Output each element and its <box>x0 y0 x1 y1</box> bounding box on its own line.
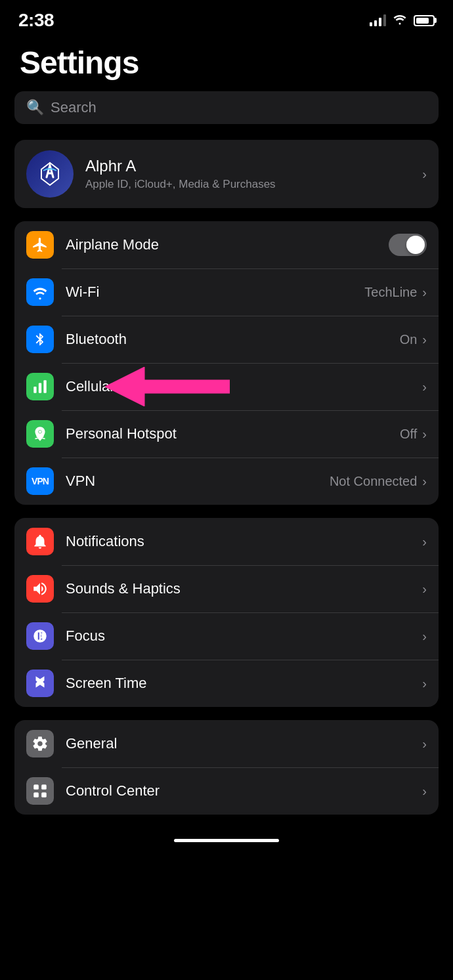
sounds-chevron: › <box>422 582 427 597</box>
hotspot-chevron: › <box>422 427 427 442</box>
home-indicator <box>174 839 279 842</box>
vpn-chevron: › <box>422 474 427 489</box>
airplane-mode-content: Airplane Mode <box>66 234 427 256</box>
connectivity-group: Airplane Mode Wi-Fi TechLine › <box>14 221 439 505</box>
focus-content: Focus › <box>66 628 427 645</box>
apple-id-text: Alphr A Apple ID, iCloud+, Media & Purch… <box>85 157 422 191</box>
time-display: 2:38 <box>18 10 54 31</box>
hotspot-value: Off <box>400 427 417 442</box>
apple-id-group: Alphr A Apple ID, iCloud+, Media & Purch… <box>14 140 439 208</box>
screen-time-row[interactable]: Screen Time › <box>14 660 439 707</box>
screen-time-chevron: › <box>422 676 427 691</box>
cellular-row[interactable]: Cellular › <box>14 363 439 410</box>
bluetooth-row[interactable]: Bluetooth On › <box>14 316 439 363</box>
general-row[interactable]: General › <box>14 720 439 767</box>
svg-rect-7 <box>41 784 47 790</box>
vpn-row[interactable]: VPN VPN Not Connected › <box>14 458 439 505</box>
cellular-icon <box>26 373 54 400</box>
avatar <box>26 150 74 198</box>
screen-time-content: Screen Time › <box>66 675 427 692</box>
svg-rect-3 <box>43 380 46 393</box>
focus-icon <box>26 622 54 650</box>
notifications-label: Notifications <box>66 533 144 550</box>
general-group: General › Control Center › <box>14 720 439 815</box>
cellular-label: Cellular <box>66 378 115 395</box>
vpn-content: VPN Not Connected › <box>66 473 427 490</box>
notifications-chevron: › <box>422 534 427 549</box>
screen-time-right: › <box>422 676 427 691</box>
wifi-chevron: › <box>422 285 427 300</box>
screen-time-label: Screen Time <box>66 675 147 692</box>
notifications-row[interactable]: Notifications › <box>14 518 439 565</box>
wifi-content: Wi-Fi TechLine › <box>66 284 427 301</box>
general-right: › <box>422 736 427 752</box>
avatar-logo-svg <box>33 158 66 190</box>
focus-chevron: › <box>422 629 427 644</box>
screen-time-icon <box>26 670 54 697</box>
wifi-right: TechLine › <box>364 285 427 300</box>
airplane-mode-label: Airplane Mode <box>66 236 159 253</box>
apple-id-chevron: › <box>422 167 427 182</box>
sounds-label: Sounds & Haptics <box>66 580 181 597</box>
notifications-group: Notifications › Sounds & Haptics › <box>14 518 439 707</box>
sounds-content: Sounds & Haptics › <box>66 580 427 597</box>
hotspot-label: Personal Hotspot <box>66 425 177 442</box>
control-center-chevron: › <box>422 784 427 799</box>
general-label: General <box>66 735 117 752</box>
svg-point-5 <box>39 431 41 433</box>
wifi-label: Wi-Fi <box>66 284 99 301</box>
control-center-row[interactable]: Control Center › <box>14 767 439 815</box>
personal-hotspot-icon <box>26 420 54 448</box>
focus-label: Focus <box>66 628 105 645</box>
sounds-row[interactable]: Sounds & Haptics › <box>14 565 439 612</box>
apple-id-name: Alphr A <box>85 157 422 175</box>
svg-rect-1 <box>33 387 36 393</box>
control-center-icon <box>26 777 54 805</box>
wifi-row[interactable]: Wi-Fi TechLine › <box>14 268 439 316</box>
wifi-icon <box>26 278 54 306</box>
bluetooth-value: On <box>400 332 418 347</box>
control-center-content: Control Center › <box>66 782 427 799</box>
page-title: Settings <box>0 35 453 91</box>
wifi-status-icon <box>393 13 407 28</box>
vpn-value: Not Connected <box>330 474 417 489</box>
airplane-mode-toggle[interactable] <box>389 234 427 256</box>
control-center-right: › <box>422 784 427 799</box>
wifi-value: TechLine <box>364 285 417 300</box>
status-icons <box>370 13 435 28</box>
search-icon: 🔍 <box>26 99 44 116</box>
cellular-content: Cellular › <box>66 378 427 395</box>
apple-id-subtitle: Apple ID, iCloud+, Media & Purchases <box>85 178 422 191</box>
general-chevron: › <box>422 736 427 752</box>
notifications-content: Notifications › <box>66 533 427 550</box>
personal-hotspot-row[interactable]: Personal Hotspot Off › <box>14 410 439 458</box>
search-bar[interactable]: 🔍 Search <box>14 91 439 124</box>
svg-rect-8 <box>33 792 39 798</box>
bluetooth-content: Bluetooth On › <box>66 331 427 348</box>
vpn-icon: VPN <box>26 467 54 495</box>
notifications-right: › <box>422 534 427 549</box>
general-content: General › <box>66 735 427 752</box>
airplane-mode-right <box>389 234 427 256</box>
apple-id-row[interactable]: Alphr A Apple ID, iCloud+, Media & Purch… <box>14 140 439 208</box>
focus-row[interactable]: Focus › <box>14 612 439 660</box>
airplane-mode-icon <box>26 231 54 259</box>
search-container: 🔍 Search <box>0 91 453 140</box>
sounds-right: › <box>422 582 427 597</box>
hotspot-right: Off › <box>400 427 427 442</box>
airplane-mode-row[interactable]: Airplane Mode <box>14 221 439 268</box>
svg-rect-6 <box>33 784 39 790</box>
vpn-right: Not Connected › <box>330 474 427 489</box>
bottom-spacer <box>0 828 453 847</box>
bluetooth-chevron: › <box>422 332 427 347</box>
control-center-label: Control Center <box>66 782 160 799</box>
signal-strength-icon <box>370 14 386 26</box>
general-icon <box>26 730 54 757</box>
notifications-icon <box>26 528 54 555</box>
battery-icon <box>414 15 435 26</box>
svg-rect-9 <box>41 792 47 798</box>
sounds-icon <box>26 575 54 603</box>
bluetooth-icon <box>26 326 54 353</box>
cellular-right: › <box>422 379 427 394</box>
hotspot-content: Personal Hotspot Off › <box>66 425 427 442</box>
